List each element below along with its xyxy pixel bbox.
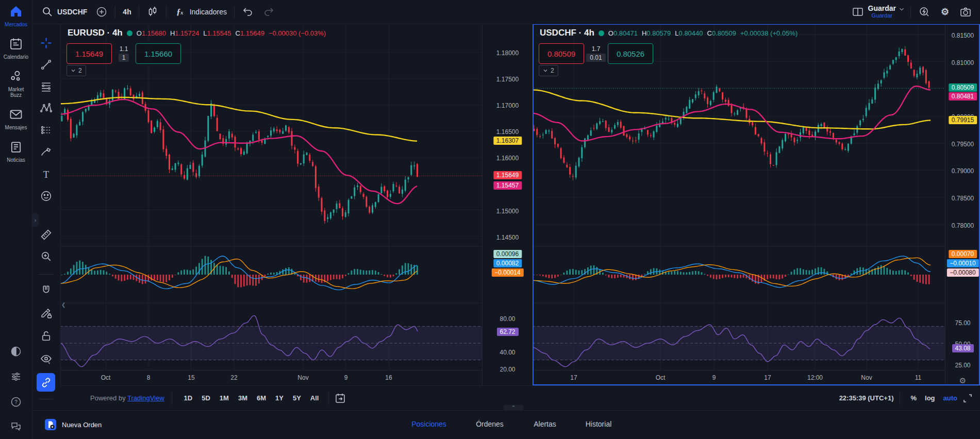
time-tick: Oct [94, 374, 117, 381]
sidebar-item-mensajes[interactable]: Mensajes [0, 107, 32, 130]
price-badge: 1.15649 [493, 171, 522, 179]
goto-date-icon[interactable] [334, 392, 346, 404]
maximize-icon[interactable] [961, 392, 974, 404]
clock-label[interactable]: 22:35:39 (UTC+1) [839, 394, 894, 402]
chart-style-button[interactable] [142, 3, 163, 21]
chart-legend[interactable]: EURUSD · 4hO1.15680H1.15724L1.15545C1.15… [68, 28, 326, 38]
time-axis[interactable]: 17Oct91712:00Nov11 [533, 370, 945, 386]
xabcd-pattern-icon [40, 102, 53, 115]
pencil-lock-icon [40, 307, 53, 319]
panel-collapse-handle[interactable]: ⌃ [504, 405, 523, 411]
lock-all-tool[interactable] [37, 327, 55, 345]
price-tick: 1.18000 [483, 49, 533, 57]
chart-panel-eurusd: 1.180001.175001.170001.165001.160001.150… [60, 24, 533, 385]
range-5y-button[interactable]: 5Y [293, 394, 301, 402]
theme-toggle[interactable] [0, 345, 32, 360]
help-button[interactable]: ? [0, 396, 32, 410]
screenshot-button[interactable] [955, 3, 976, 21]
hide-drawings-tool[interactable] [37, 349, 55, 368]
price-axis[interactable]: 0.815000.810000.800000.795000.790000.785… [945, 25, 980, 385]
trend-line-tool[interactable] [37, 55, 55, 74]
symbol-search-button[interactable]: USDCHF [37, 3, 91, 21]
search-icon [41, 6, 54, 18]
quick-search-button[interactable] [914, 3, 935, 21]
indicator-badge: −0.00080 [946, 268, 978, 277]
interval-button[interactable]: 4h [119, 3, 135, 21]
crosshair-tool[interactable] [37, 33, 55, 52]
chat-button[interactable] [0, 420, 32, 435]
order-widget: 1.156491.111.15660 [67, 43, 181, 64]
settings-button[interactable]: ⚙ [935, 3, 955, 21]
tab-ordenes[interactable]: Órdenes [476, 420, 504, 428]
object-tree-toggle[interactable]: 2 [539, 65, 558, 76]
fib-retracement-tool[interactable] [37, 77, 55, 96]
price-tick: 0.78000 [945, 222, 980, 229]
tradingview-link[interactable]: TradingView [127, 394, 164, 402]
price-tick: 1.17000 [483, 102, 533, 109]
range-1d-button[interactable]: 1D [184, 394, 193, 402]
sidebar-label: Mercados [0, 22, 32, 27]
sidebar-item-calendario[interactable]: Calendario [0, 37, 32, 60]
emoji-icon [40, 190, 53, 202]
compare-add-button[interactable] [91, 3, 112, 21]
rsi-tick: 25.00 [945, 362, 980, 369]
object-tree-toggle[interactable]: 2 [67, 65, 86, 76]
price-axis[interactable]: 1.180001.175001.170001.165001.160001.150… [482, 25, 533, 385]
tab-historial[interactable]: Historial [586, 420, 612, 428]
indicators-button[interactable]: ƒx Indicadores [170, 3, 231, 21]
range-6m-button[interactable]: 6M [257, 394, 266, 402]
price-chart-usdchf[interactable] [533, 25, 945, 370]
percent-scale-button[interactable]: % [910, 394, 917, 402]
range-1y-button[interactable]: 1Y [275, 394, 284, 402]
time-tick: Nov [292, 374, 314, 381]
auto-scale-button[interactable]: auto [943, 394, 957, 402]
projection-tool[interactable] [37, 121, 55, 139]
tab-posiciones[interactable]: Posiciones [411, 420, 446, 428]
indicator-badge: −0.00014 [491, 268, 523, 277]
log-scale-button[interactable]: log [925, 394, 935, 402]
indicators-label: Indicadores [190, 8, 227, 16]
range-all-button[interactable]: All [310, 394, 319, 402]
save-menu-button[interactable] [896, 3, 907, 21]
undo-icon [242, 6, 254, 18]
ruler-tool[interactable] [37, 225, 55, 244]
sidebar-item-market-buzz[interactable]: Market Buzz [0, 69, 32, 98]
redo-button[interactable] [258, 3, 279, 21]
text-tool-tool[interactable]: T [37, 165, 55, 183]
brush-tool[interactable] [37, 143, 55, 161]
new-order-button[interactable]: Nueva Orden [44, 418, 102, 431]
sell-button[interactable]: 1.15649 [67, 43, 112, 64]
eye-icon [40, 352, 53, 365]
range-5d-button[interactable]: 5D [202, 394, 210, 402]
preferences-button[interactable] [0, 370, 32, 384]
range-1m-button[interactable]: 1M [220, 394, 229, 402]
sidebar-item-mercados[interactable]: Mercados [0, 4, 32, 27]
layout-button[interactable] [848, 3, 868, 21]
sell-button[interactable]: 0.80509 [539, 43, 584, 64]
range-3m-button[interactable]: 3M [238, 394, 247, 402]
price-chart-eurusd[interactable] [60, 25, 482, 370]
order-widget: 0.805091.70.010.80526 [539, 43, 653, 64]
tab-alertas[interactable]: Alertas [534, 420, 556, 428]
pane-scroll-chevron[interactable]: ❮ [61, 302, 65, 308]
drawing-lock-tool[interactable] [37, 303, 55, 322]
rsi-badge: 43.08 [952, 344, 973, 352]
sync-drawings-tool[interactable] [37, 373, 55, 392]
sidebar-item-noticias[interactable]: Noticias [0, 140, 32, 163]
indicator-badge: 0.00082 [493, 259, 522, 267]
toolbar-expander[interactable]: › [32, 213, 39, 227]
sidebar-label: Mensajes [0, 125, 32, 130]
price-tick: 1.16500 [483, 128, 533, 136]
buy-button[interactable]: 1.15660 [136, 43, 181, 64]
magnet-tool[interactable] [37, 281, 55, 299]
undo-button[interactable] [238, 3, 258, 21]
chart-legend[interactable]: USDCHF · 4hO0.80471H0.80579L0.80440C0.80… [540, 28, 798, 38]
save-button[interactable]: Guardar Guardar [868, 5, 896, 19]
emoji-tool[interactable] [37, 187, 55, 205]
save-sub-label: Guardar [872, 12, 892, 19]
buy-button[interactable]: 0.80526 [608, 43, 653, 64]
xabcd-pattern-tool[interactable] [37, 99, 55, 117]
zoom-in-tool[interactable] [37, 247, 55, 265]
time-axis[interactable]: Oct81522Nov916 [60, 370, 482, 386]
axis-settings-gear-icon[interactable]: ⚙ [959, 376, 966, 385]
